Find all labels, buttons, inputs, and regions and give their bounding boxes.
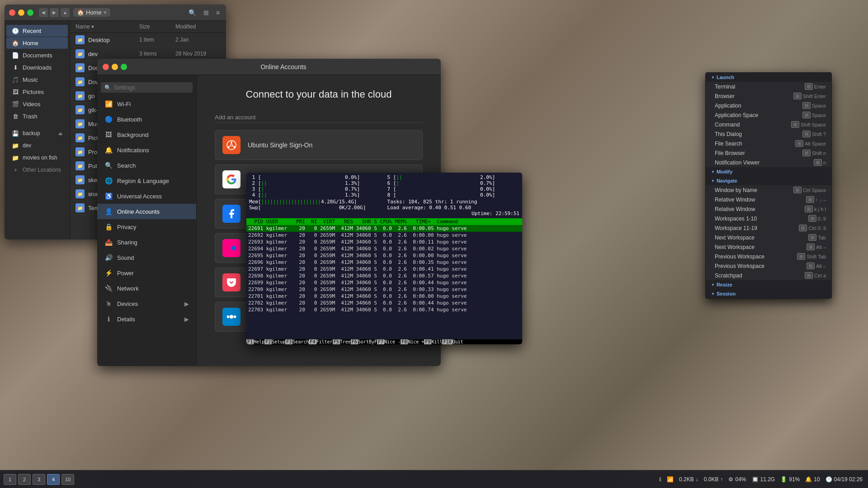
sidebar-item-backup[interactable]: 💾 backup ⏏ [6,127,68,139]
maximize-button[interactable] [27,9,33,16]
workspace-2-button[interactable]: 2 [18,474,31,485]
table-row[interactable]: 22696 kgilmer 20 0 2659M 412M 34060 S 0.… [246,259,522,266]
htop-f8[interactable]: F8Nice + [401,339,424,344]
grid-view-button[interactable]: ⊞ [202,8,211,17]
close-button[interactable] [9,9,15,16]
menu-item-terminal[interactable]: Terminal ⊞ Enter [706,82,831,91]
network-tray[interactable]: 📶 [667,476,674,483]
settings-item-search[interactable]: 🔍 Search [97,158,196,173]
name-column-header[interactable]: Name ▾ [75,23,139,30]
ubuntu-sso-option[interactable]: Ubuntu Single Sign-On [215,130,423,160]
htop-f2[interactable]: F2Setup [264,339,285,344]
clock-tray[interactable]: 🕐 04/19 02:26 [826,476,863,483]
menu-item-file-search[interactable]: File Search ⊞ Alt Space [706,139,831,148]
back-button[interactable]: ◀ [39,8,48,17]
table-row[interactable]: 22699 kgilmer 20 0 2659M 412M 34060 S 0.… [246,279,522,286]
sidebar-item-dev[interactable]: 📁 dev [6,140,68,151]
menu-item-relative-window-2[interactable]: Relative Window ⊞ k j h l [706,204,831,214]
settings-item-sound[interactable]: 🔊 Sound [97,250,196,265]
menu-button[interactable]: ≡ [214,8,222,17]
workspace-1-button[interactable]: 1 [4,474,16,485]
memory-tray[interactable]: 🔲 11.2G [752,476,775,483]
table-row[interactable]: 22700 kgilmer 20 0 2659M 412M 34060 S 0.… [246,286,522,293]
table-row[interactable]: 22695 kgilmer 20 0 2659M 412M 34060 S 0.… [246,252,522,259]
workspace-3-button[interactable]: 3 [33,474,45,485]
settings-item-region[interactable]: 🌐 Region & Language [97,173,196,188]
size-column-header[interactable]: Size [139,23,175,30]
sidebar-item-recent[interactable]: 🕐 Recent [6,25,68,37]
settings-minimize-button[interactable] [112,64,118,70]
settings-item-background[interactable]: 🖼 Background [97,127,196,142]
htop-f10[interactable]: F10Quit [442,339,463,344]
notifications-tray[interactable]: 🔔 10 [805,476,820,483]
settings-close-button[interactable] [103,64,109,70]
search-button[interactable]: 🔍 [187,8,198,17]
table-row[interactable]: 22692 kgilmer 20 0 2659M 412M 34060 S 0.… [246,232,522,239]
settings-search-bar[interactable]: 🔍 [101,82,193,93]
table-row[interactable]: 22698 kgilmer 20 0 2659M 412M 34060 S 0.… [246,272,522,279]
htop-row-highlighted[interactable]: 22691 kgilmer 20 0 2659M 412M 34060 S 0.… [246,225,522,232]
settings-item-online-accounts[interactable]: 👤 Online Accounts [97,204,196,219]
cpu-tray[interactable]: ⚙ 04% [728,476,746,483]
sidebar-item-pictures[interactable]: 🖼 Pictures [6,86,68,98]
sidebar-item-other-locations[interactable]: ＋ Other Locations [6,164,68,176]
htop-f5[interactable]: F5Tree [333,339,351,344]
table-row[interactable]: 📁 Desktop 1 item 2 Jan [70,33,226,47]
menu-item-workspace-11-19[interactable]: Workspace 11-19 ⊞ Ctrl 0..9 [706,223,831,233]
menu-item-notification-viewer[interactable]: Notification Viewer ⊞ n [706,158,831,167]
settings-item-power[interactable]: ⚡ Power [97,265,196,281]
table-row[interactable]: 22697 kgilmer 20 0 2659M 412M 34060 S 0.… [246,266,522,272]
menu-item-application-space[interactable]: Application Space ⊞ Space [706,110,831,120]
settings-item-bluetooth[interactable]: 🔵 Bluetooth [97,112,196,127]
sidebar-item-videos[interactable]: 🎬 Videos [6,98,68,110]
htop-f7[interactable]: F7Nice - [377,339,401,344]
settings-item-sharing[interactable]: 📤 Sharing [97,235,196,250]
menu-item-next-workspace-2[interactable]: Next Workspace ⊞ Alt – [706,242,831,252]
table-row[interactable]: 22701 kgilmer 20 0 2659M 412M 34060 S 0.… [246,293,522,300]
menu-item-window-by-name[interactable]: Window by Name ⊞ Ctrl Space [706,185,831,195]
menu-item-file-browser[interactable]: File Browser ⊞ Shift n [706,148,831,158]
minimize-button[interactable] [18,9,24,16]
settings-item-network[interactable]: 🔌 Network [97,281,196,296]
modified-column-header[interactable]: Modified [175,23,221,30]
menu-item-next-workspace-1[interactable]: Next Workspace ⊞ Tab [706,233,831,242]
settings-item-details[interactable]: ℹ Details ▶ [97,311,196,327]
table-row[interactable]: 22693 kgilmer 20 0 2659M 412M 34060 S 0.… [246,239,522,245]
htop-f9[interactable]: F9Kill [424,339,442,344]
menu-item-prev-workspace-1[interactable]: Previous Workspace ⊞ Shift Tab [706,252,831,261]
settings-item-universal-access[interactable]: ♿ Universal Access [97,188,196,204]
sidebar-item-music[interactable]: 🎵 Music [6,74,68,85]
battery-tray[interactable]: 🔋 91% [780,476,800,483]
htop-f3[interactable]: F3Search [285,339,309,344]
settings-item-privacy[interactable]: 🔒 Privacy [97,219,196,235]
info-icon-tray[interactable]: ℹ [659,476,661,483]
workspace-10-button[interactable]: 10 [61,474,74,485]
menu-item-workspaces-1-10[interactable]: Workspaces 1-10 ⊞ 0..9 [706,214,831,223]
path-bar[interactable]: 🏠 Home ▾ [73,8,110,17]
settings-item-devices[interactable]: 🖱 Devices ▶ [97,296,196,311]
settings-item-wifi[interactable]: 📶 Wi-Fi [97,96,196,112]
sidebar-item-movies[interactable]: 📁 movies on fish [6,152,68,164]
htop-f1[interactable]: F1Help [246,339,264,344]
sidebar-item-downloads[interactable]: ⬇ Downloads [6,61,68,73]
htop-f4[interactable]: F4Filter [309,339,332,344]
sidebar-item-trash[interactable]: 🗑 Trash [6,110,68,122]
menu-item-browser[interactable]: Browser ⊞ Shift Enter [706,91,831,101]
menu-item-prev-workspace-2[interactable]: Previous Workspace ⊞ Alt – [706,261,831,271]
table-row[interactable]: 22702 kgilmer 20 0 2659M 412M 34060 S 0.… [246,300,522,306]
settings-item-notifications[interactable]: 🔔 Notifications [97,142,196,158]
menu-item-relative-window-1[interactable]: Relative Window ⊞ ↑ ↓ – [706,195,831,204]
up-button[interactable]: ▲ [61,8,70,17]
settings-search-input[interactable] [114,84,189,91]
table-row[interactable]: 22703 kgilmer 20 0 2659M 412M 34060 S 0.… [246,306,522,313]
sidebar-item-home[interactable]: 🏠 Home [6,37,68,49]
sidebar-item-documents[interactable]: 📄 Documents [6,49,68,61]
menu-item-this-dialog[interactable]: This Dialog ⊞ Shift ? [706,129,831,139]
forward-button[interactable]: ▶ [50,8,59,17]
workspace-4-button[interactable]: 4 [47,474,60,485]
eject-icon[interactable]: ⏏ [58,131,62,136]
table-row[interactable]: 22694 kgilmer 20 0 2659M 412M 34060 S 0.… [246,245,522,252]
htop-f6[interactable]: F6SortByF [351,339,377,344]
settings-maximize-button[interactable] [121,64,127,70]
menu-item-command[interactable]: Command ⊞ Shift Space [706,120,831,129]
